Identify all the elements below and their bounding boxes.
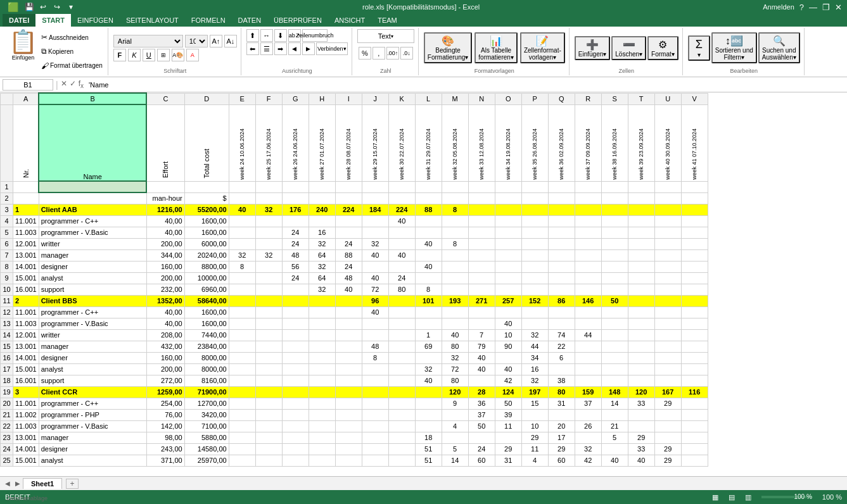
cell-week-13[interactable] [575,352,601,363]
cell-week-1[interactable] [255,238,282,249]
cell-week-2[interactable]: 24 [282,238,309,249]
cell-week-7[interactable] [415,215,442,227]
cell-week-2[interactable] [282,398,309,409]
cell-week-0[interactable] [229,227,255,238]
cell-week-8[interactable]: 5 [442,443,468,455]
cell-week-8[interactable]: 8 [442,238,468,249]
col-header-p[interactable]: P [521,93,548,104]
font-color-button[interactable]: A [186,49,199,61]
cell-week-4[interactable] [335,295,362,306]
cell-week-6[interactable] [388,443,415,455]
cell-name[interactable]: programmer - C++ [39,306,146,318]
cell-week-16[interactable] [654,181,681,192]
cell-week-14[interactable]: 14 [601,398,628,409]
cell-week-10[interactable]: 257 [495,295,521,306]
cell-week-17[interactable] [681,306,708,318]
cell-week-13[interactable] [575,249,601,261]
cell-week-15[interactable] [628,352,654,363]
cell-week-11[interactable] [521,261,548,272]
cell-week-5[interactable] [362,398,388,409]
cell-week-4[interactable] [335,409,362,420]
cell-week-7[interactable]: 32 [415,363,442,375]
cell-week-12[interactable] [548,261,575,272]
cell-week-0[interactable]: 40 [229,204,255,215]
cell-week-11[interactable] [521,409,548,420]
col-header-o[interactable]: O [495,93,521,104]
cell-week-1[interactable] [255,215,282,227]
cell-week-12[interactable] [548,249,575,261]
cell-week-2[interactable]: 24 [282,272,309,284]
cell-week-8[interactable] [442,215,468,227]
cell-week-5[interactable] [362,375,388,386]
cell-name[interactable] [39,192,146,204]
cell-week-13[interactable]: 42 [575,455,601,466]
cell-name[interactable]: programmer - C++ [39,215,146,227]
cell-week-6[interactable] [388,261,415,272]
cell-week-10[interactable]: 90 [495,341,521,352]
cell-week-12[interactable]: 29 [548,443,575,455]
help-button[interactable]: ? [799,3,804,12]
cell-week-2[interactable]: 56 [282,261,309,272]
cell-reference-box[interactable] [3,79,53,91]
cell-week-17[interactable]: 116 [681,386,708,398]
cell-week-15[interactable] [628,318,654,329]
cell-week-12[interactable] [548,409,575,420]
cell-week-5[interactable] [362,181,388,192]
tab-datei[interactable]: DATEI [3,14,35,27]
cell-week-6[interactable] [388,375,415,386]
cell-week-14[interactable] [601,443,628,455]
cell-week-9[interactable]: 60 [468,455,495,466]
cell-week-13[interactable] [575,272,601,284]
cell-week-9[interactable] [468,272,495,284]
cell-nr[interactable]: 14.001 [13,352,39,363]
cell-effort[interactable]: 371,00 [146,455,184,466]
cell-week-6[interactable] [388,318,415,329]
cell-effort[interactable]: 40,00 [146,227,184,238]
cell-week-13[interactable] [575,375,601,386]
cell-week-14[interactable] [601,329,628,341]
cell-week-14[interactable]: 40 [601,455,628,466]
cell-week-8[interactable] [442,261,468,272]
cell-week-6[interactable]: 40 [388,249,415,261]
cell-week-15[interactable] [628,284,654,295]
cell-effort[interactable]: 272,00 [146,375,184,386]
cell-week-0[interactable] [229,375,255,386]
cell-week-4[interactable]: 24 [335,238,362,249]
cell-week-3[interactable] [309,432,335,443]
insert-function-button[interactable]: fx [79,79,84,89]
cell-week-9[interactable] [468,204,495,215]
cell-total-cost[interactable]: 1600,00 [184,306,229,318]
align-middle-button[interactable]: ↔ [260,29,273,42]
tab-einfuegen[interactable]: EINFÜGEN [71,14,120,27]
cell-week-0[interactable] [229,272,255,284]
cell-name[interactable]: manager [39,341,146,352]
cell-effort[interactable]: 243,00 [146,443,184,455]
cell-week-4[interactable] [335,443,362,455]
cell-week-4[interactable] [335,318,362,329]
cell-effort[interactable]: 40,00 [146,318,184,329]
cell-week-3[interactable] [309,443,335,455]
cell-week-10[interactable] [495,192,521,204]
cell-week-0[interactable] [229,284,255,295]
cell-week-3[interactable] [309,318,335,329]
cell-week-17[interactable] [681,249,708,261]
cell-week-8[interactable] [442,284,468,295]
cell-week-7[interactable] [415,386,442,398]
col-header-j[interactable]: J [362,93,388,104]
cell-week-8[interactable]: 80 [442,375,468,386]
cell-week-13[interactable]: 44 [575,329,601,341]
undo-button[interactable]: ↩ [37,1,49,13]
cell-week-7[interactable] [415,306,442,318]
cell-nr[interactable]: 13.001 [13,341,39,352]
cell-week-14[interactable]: 148 [601,386,628,398]
cell-week-0[interactable] [229,295,255,306]
cell-week-0[interactable] [229,386,255,398]
cell-week-6[interactable] [388,329,415,341]
cell-nr[interactable] [13,192,39,204]
align-left-button[interactable]: ⬅ [246,42,259,55]
cell-week-5[interactable]: 40 [362,272,388,284]
cell-week-14[interactable] [601,261,628,272]
cell-week-16[interactable] [654,420,681,432]
cell-week-16[interactable] [654,272,681,284]
cell-week-10[interactable] [495,306,521,318]
